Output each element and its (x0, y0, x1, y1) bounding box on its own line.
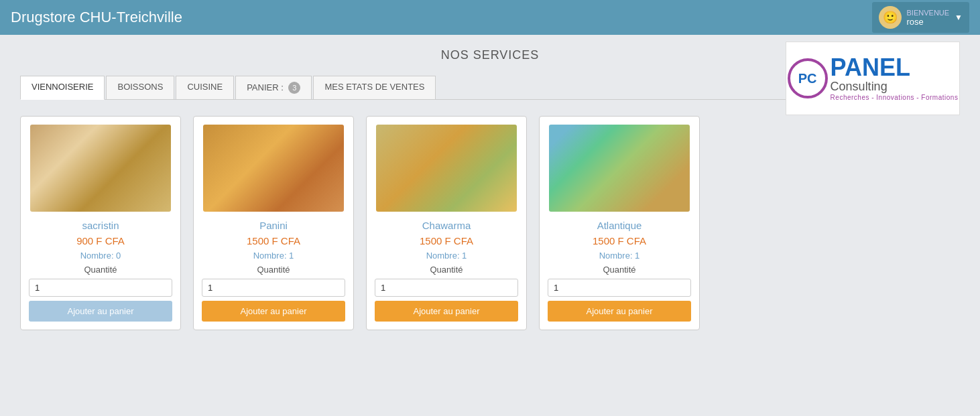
card-price-atlantique: 1500 F CFA (593, 235, 646, 247)
card-image-sacristin (30, 125, 171, 212)
chevron-down-icon: ▼ (955, 13, 963, 22)
card-quantite-label-chawarma: Quantité (430, 265, 463, 275)
card-name-atlantique: Atlantique (597, 220, 642, 231)
logo-box: PANEL Consulting Recherches - Innovation… (786, 42, 960, 115)
panier-badge: 3 (288, 82, 300, 94)
card-price-chawarma: 1500 F CFA (420, 235, 473, 247)
card-name-chawarma: Chawarma (422, 220, 471, 231)
card-qty-input-atlantique[interactable] (548, 279, 691, 297)
card-sacristin: sacristin 900 F CFA Nombre: 0 Quantité A… (20, 116, 181, 330)
tab-viennoiserie[interactable]: VIENNOISERIE (20, 76, 105, 100)
cards-grid: sacristin 900 F CFA Nombre: 0 Quantité A… (20, 116, 960, 330)
logo-pc-circle (788, 58, 828, 98)
card-add-btn-sacristin: Ajouter au panier (29, 301, 172, 322)
logo-panel-text: PANEL (831, 56, 959, 80)
logo-inner: PANEL Consulting Recherches - Innovation… (788, 56, 959, 101)
app-header: Drugstore CHU-Treichville 🙂 BIENVENUE ro… (0, 0, 980, 35)
card-panini: Panini 1500 F CFA Nombre: 1 Quantité Ajo… (193, 116, 354, 330)
logo-tagline-text: Recherches - Innovations - Formations (831, 94, 959, 101)
card-nombre-sacristin: Nombre: 0 (80, 251, 121, 261)
bienvenue-label: BIENVENUE (907, 9, 950, 17)
card-atlantique: Atlantique 1500 F CFA Nombre: 1 Quantité… (539, 116, 700, 330)
card-nombre-panini: Nombre: 1 (253, 251, 294, 261)
logo-text-block: PANEL Consulting Recherches - Innovation… (831, 56, 959, 101)
card-qty-input-panini[interactable] (202, 279, 345, 297)
card-nombre-atlantique: Nombre: 1 (599, 251, 640, 261)
app-title: Drugstore CHU-Treichville (11, 9, 182, 26)
tab-cuisine[interactable]: CUISINE (176, 76, 234, 99)
tab-mes-etats[interactable]: MES ETATS DE VENTES (313, 76, 436, 99)
card-name-sacristin: sacristin (82, 220, 119, 231)
tab-boissons[interactable]: BOISSONS (106, 76, 174, 99)
card-image-atlantique (549, 125, 690, 212)
username-label: rose (907, 17, 924, 27)
card-add-btn-chawarma[interactable]: Ajouter au panier (375, 301, 518, 322)
avatar: 🙂 (879, 6, 902, 29)
card-quantite-label-panini: Quantité (257, 265, 290, 275)
card-chawarma: Chawarma 1500 F CFA Nombre: 1 Quantité A… (366, 116, 527, 330)
card-quantite-label-sacristin: Quantité (84, 265, 117, 275)
card-qty-input-chawarma[interactable] (375, 279, 518, 297)
card-qty-input-sacristin[interactable] (29, 279, 172, 297)
card-price-panini: 1500 F CFA (247, 235, 300, 247)
user-menu[interactable]: 🙂 BIENVENUE rose ▼ (872, 2, 969, 33)
card-add-btn-atlantique[interactable]: Ajouter au panier (548, 301, 691, 322)
main-content: NOS SERVICES PANEL Consulting Recherches… (0, 35, 980, 344)
card-price-sacristin: 900 F CFA (76, 235, 125, 247)
logo-consulting-text: Consulting (831, 80, 959, 94)
card-nombre-chawarma: Nombre: 1 (426, 251, 467, 261)
card-image-panini (203, 125, 344, 212)
card-image-chawarma (376, 125, 517, 212)
card-quantite-label-atlantique: Quantité (603, 265, 635, 275)
card-add-btn-panini[interactable]: Ajouter au panier (202, 301, 345, 322)
tab-panier[interactable]: PANIER : 3 (235, 76, 312, 99)
card-name-panini: Panini (259, 220, 288, 231)
